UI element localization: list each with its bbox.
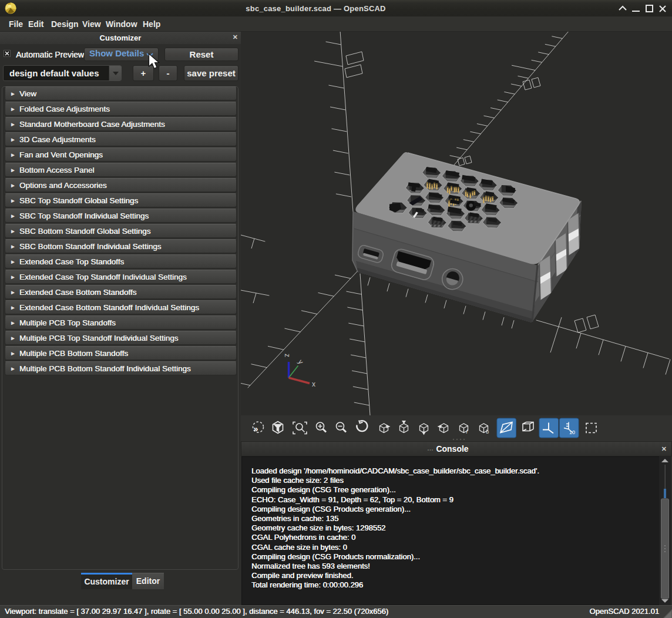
svg-text:b: b	[486, 429, 489, 435]
svg-text:z: z	[283, 354, 291, 357]
svg-text:10: 10	[569, 429, 575, 435]
svg-text:x: x	[312, 380, 315, 388]
svg-text:»: »	[254, 424, 258, 434]
